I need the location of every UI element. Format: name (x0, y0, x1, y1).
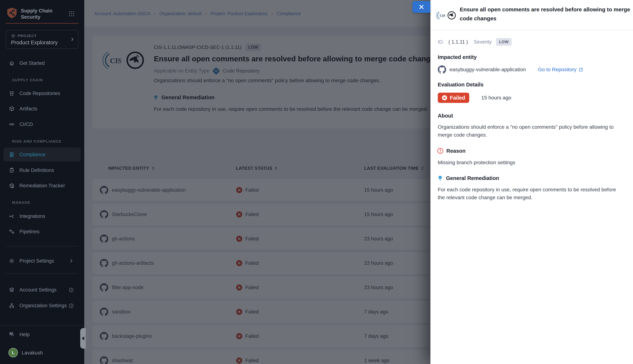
reason-heading: Reason (446, 148, 466, 154)
supply-chain-security-logo-icon (6, 6, 18, 19)
pipelines-icon (9, 229, 15, 234)
sidebar-item-label: Project Settings (20, 258, 54, 264)
sidebar-item-get-started[interactable]: Get Started (4, 57, 80, 69)
info-icon[interactable] (68, 287, 74, 293)
sidebar-item-label: Organization Settings (20, 303, 67, 308)
sidebar-collapse-handle[interactable] (80, 328, 86, 348)
sidebar-item-account-settings[interactable]: Account Settings (4, 284, 80, 296)
module-grid-icon[interactable] (68, 10, 75, 17)
project-name: Product Exploratory (11, 40, 58, 46)
general-remediation-heading: General Remediation (446, 175, 499, 181)
sidebar-item-project-settings[interactable]: Project Settings (4, 255, 80, 267)
impacted-entity-row: easybuggy-vulnerable-application Go to R… (438, 64, 583, 75)
drawer-title: Ensure all open comments are resolved be… (460, 5, 633, 23)
org-chart-icon (9, 303, 15, 308)
project-label: PROJECT (18, 34, 37, 38)
sidebar-item-label: Remediation Tracker (20, 183, 65, 188)
reason-heading-row: Reason (437, 148, 466, 154)
general-remediation-heading-row: General Remediation (437, 175, 499, 181)
chevron-right-icon (70, 37, 75, 42)
severity-label: Severity (474, 39, 492, 45)
brand-accent-line (6, 23, 79, 24)
sidebar-item-label: Code Repositories (20, 91, 60, 96)
sidebar-item-help[interactable]: ? Help (4, 329, 80, 340)
section-manage: MANAGE (12, 200, 30, 205)
project-cube-icon (11, 34, 16, 38)
alert-circle-icon (437, 148, 444, 154)
rule-detail-drawer: CIS Ensure all open comments are resolve… (430, 0, 633, 364)
close-icon (418, 4, 424, 10)
sidebar-item-label: CI/CD (20, 122, 33, 127)
user-avatar[interactable]: L (8, 348, 18, 358)
chevron-right-icon (68, 258, 74, 264)
sidebar-divider (6, 246, 78, 246)
owasp-logo-icon (447, 11, 456, 20)
sidebar-item-label: Help (20, 332, 30, 338)
sidebar-item-label: Integrations (20, 214, 45, 219)
sidebar: Supply Chain Security PROJECT Product Ex… (0, 0, 84, 364)
section-risk-and-compliance: RISK AND COMPLIANCE (12, 139, 62, 144)
integrations-icon (9, 213, 15, 219)
evaluation-details-heading: Evaluation Details (438, 82, 484, 88)
sidebar-item-remediation-tracker[interactable]: Remediation Tracker (4, 180, 80, 192)
id-value: ( 1.1.11 ) (448, 39, 468, 45)
github-icon (438, 65, 446, 74)
entity-name: easybuggy-vulnerable-application (450, 67, 526, 72)
user-name[interactable]: Lavakush (22, 350, 43, 356)
sidebar-item-label: Get Started (20, 60, 45, 66)
svg-text:?: ? (10, 332, 12, 335)
info-icon[interactable] (68, 303, 74, 308)
sidebar-item-label: Compliance (20, 152, 46, 158)
general-remediation-text: For each code repository in use, require… (438, 186, 621, 202)
app-title: Supply Chain Security (21, 8, 65, 20)
svg-text:CIS: CIS (440, 14, 445, 18)
project-selector[interactable]: PROJECT Product Exploratory (6, 30, 78, 49)
rule-id-row: ID: ( 1.1.11 ) Severity LOW (438, 38, 512, 46)
sidebar-divider (6, 273, 78, 274)
sidebar-item-artifacts[interactable]: Artifacts (4, 103, 80, 114)
impacted-entity-heading: Impacted entity (438, 54, 477, 60)
sidebar-item-label: Pipelines (20, 229, 40, 234)
sidebar-item-label: Account Settings (20, 287, 56, 293)
severity-badge: LOW (496, 38, 512, 46)
sidebar-item-compliance[interactable]: Compliance (4, 148, 80, 162)
failed-status-badge: Failed (438, 93, 469, 103)
sidebar-item-pipelines[interactable]: Pipelines (4, 226, 80, 238)
section-supply-chain: SUPPLY CHAIN (12, 78, 43, 82)
compliance-doc-search-icon (9, 152, 15, 158)
help-chat-icon: ? (9, 332, 15, 338)
modal-dim-overlay[interactable] (84, 0, 430, 364)
evaluation-row: Failed 15 hours ago (438, 93, 511, 103)
gear-icon (9, 258, 15, 264)
layers-icon (9, 287, 15, 293)
clipboard-check-icon (9, 167, 15, 173)
failed-circle-icon (442, 95, 447, 100)
home-icon (9, 60, 15, 66)
external-link-icon (578, 67, 583, 72)
lightbulb-icon (437, 175, 443, 181)
close-button[interactable] (412, 1, 430, 13)
sidebar-item-cicd[interactable]: CI/CD (4, 118, 80, 130)
id-label: ID: (438, 39, 444, 45)
about-heading: About (438, 113, 453, 119)
cis-logo-icon: CIS (436, 11, 445, 20)
sidebar-item-organization-settings[interactable]: Organization Settings (4, 300, 80, 312)
sidebar-divider (0, 325, 84, 326)
evaluation-time: 15 hours ago (481, 95, 511, 101)
collapse-left-arrow-icon (82, 336, 84, 340)
status-label: Failed (450, 95, 465, 101)
drawer-divider (430, 30, 633, 30)
about-text: Organizations should enforce a "no open … (438, 123, 617, 139)
remediation-box-icon (9, 183, 15, 188)
sidebar-item-code-repositories[interactable]: Code Repositories (4, 88, 80, 99)
sidebar-item-integrations[interactable]: Integrations (4, 210, 80, 222)
sidebar-item-rule-definitions[interactable]: Rule Definitions (4, 164, 80, 176)
artifacts-cube-icon (9, 106, 15, 112)
reason-text: Missing branch protection settings (438, 158, 515, 166)
infinity-cicd-icon (9, 122, 15, 127)
code-repositories-icon (9, 90, 15, 96)
sidebar-item-label: Rule Definitions (20, 168, 54, 173)
sidebar-item-label: Artifacts (20, 106, 37, 112)
go-to-repository-link[interactable]: Go to Repository (538, 67, 583, 72)
